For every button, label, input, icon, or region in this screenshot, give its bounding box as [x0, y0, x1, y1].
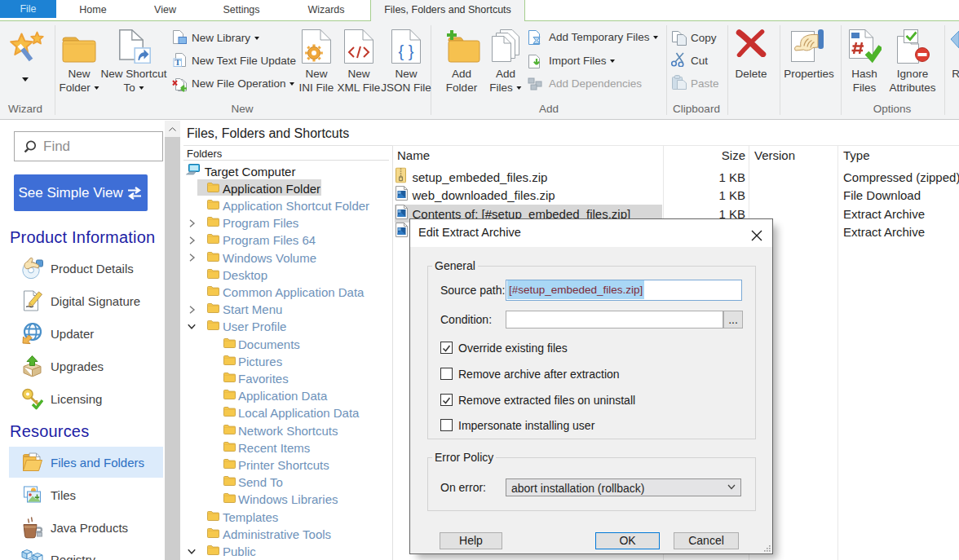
svg-text:T: T	[175, 57, 181, 67]
svg-text:{ }: { }	[399, 42, 414, 60]
